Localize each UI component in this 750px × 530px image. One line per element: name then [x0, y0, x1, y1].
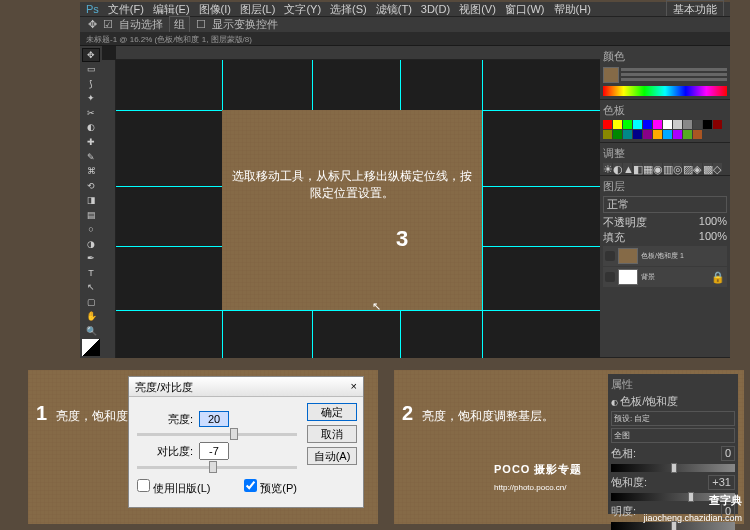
group-dropdown[interactable]: 组 [169, 16, 190, 33]
color-tab[interactable]: 颜色 [603, 49, 625, 64]
blend-mode-dropdown[interactable]: 正常 [603, 196, 727, 213]
type-tool[interactable]: T [82, 266, 100, 280]
menu-help[interactable]: 帮助(H) [554, 2, 591, 17]
brightness-slider[interactable] [137, 433, 297, 436]
ok-button[interactable]: 确定 [307, 403, 357, 421]
layer-row-bg[interactable]: 背景 🔒 [603, 267, 727, 287]
right-panels: 颜色 色板 调整 [600, 46, 730, 358]
marquee-tool[interactable]: ▭ [82, 63, 100, 77]
layer-thumb [618, 269, 638, 285]
zoom-tool[interactable]: 🔍 [82, 324, 100, 338]
cancel-button[interactable]: 取消 [307, 425, 357, 443]
swatches-tab[interactable]: 色板 [603, 103, 625, 118]
cursor-icon: ↖ [372, 300, 381, 313]
gradient-tool[interactable]: ▤ [82, 208, 100, 222]
menu-3d[interactable]: 3D(D) [421, 3, 450, 15]
visibility-icon[interactable] [605, 251, 615, 261]
adjust-icons[interactable]: ☀◐▲◧▦◉▥◎▨◈▩◇ [603, 163, 727, 172]
layers-tab[interactable]: 图层 [603, 179, 625, 194]
menu-filter[interactable]: 滤镜(T) [376, 2, 412, 17]
visibility-icon[interactable] [605, 272, 615, 282]
opacity-label: 不透明度 [603, 215, 647, 230]
autoselect-checkbox[interactable]: ☑ [103, 18, 113, 31]
wand-tool[interactable]: ✦ [82, 92, 100, 106]
brush-tool[interactable]: ✎ [82, 150, 100, 164]
site-watermark: 查字典 jiaocheng.chazidian.com [643, 491, 742, 524]
sat-value[interactable]: +31 [708, 475, 735, 490]
step-number-1: 1 [36, 402, 47, 425]
channel-dropdown[interactable]: 全图 [611, 428, 735, 443]
blur-tool[interactable]: ○ [82, 222, 100, 236]
ruler-vertical[interactable] [102, 60, 116, 358]
stamp-tool[interactable]: ⌘ [82, 164, 100, 178]
legacy-checkbox[interactable]: 使用旧版(L) [137, 479, 211, 496]
contrast-input[interactable] [199, 442, 229, 460]
step-number-3: 3 [396, 226, 408, 252]
eyedropper-tool[interactable]: ◐ [82, 121, 100, 135]
pen-tool[interactable]: ✒ [82, 252, 100, 266]
artboard[interactable]: 选取移动工具，从标尺上移出纵横定位线，按限定位置设置。 3 [222, 110, 482, 310]
menu-bar: Ps 文件(F) 编辑(E) 图像(I) 图层(L) 文字(Y) 选择(S) 滤… [80, 2, 730, 16]
properties-tab[interactable]: 属性 [611, 377, 633, 392]
menu-select[interactable]: 选择(S) [330, 2, 367, 17]
opacity-value[interactable]: 100% [699, 215, 727, 230]
guide-h4[interactable] [116, 310, 600, 311]
eraser-tool[interactable]: ◨ [82, 193, 100, 207]
guide-v4[interactable] [482, 60, 483, 358]
close-icon[interactable]: × [351, 380, 357, 393]
menu-edit[interactable]: 编辑(E) [153, 2, 190, 17]
menu-layer[interactable]: 图层(L) [240, 2, 275, 17]
brightness-label: 亮度: [137, 412, 193, 427]
poco-watermark: POCO 摄影专题 http://photo.poco.cn/ [494, 460, 582, 493]
menu-type[interactable]: 文字(Y) [284, 2, 321, 17]
step-number-2: 2 [402, 402, 413, 425]
hue-value[interactable]: 0 [721, 446, 735, 461]
menu-image[interactable]: 图像(I) [199, 2, 231, 17]
dodge-tool[interactable]: ◑ [82, 237, 100, 251]
path-tool[interactable]: ↖ [82, 281, 100, 295]
swatches-panel: 色板 [600, 100, 730, 143]
fg-bg-swatch[interactable] [82, 339, 100, 356]
adjustments-panel: 调整 ☀◐▲◧▦◉▥◎▨◈▩◇ [600, 143, 730, 176]
lasso-tool[interactable]: ⟆ [82, 77, 100, 91]
hand-tool[interactable]: ✋ [82, 310, 100, 324]
swatches-grid[interactable] [603, 120, 727, 139]
light-label: 明度: [611, 504, 636, 519]
crop-tool[interactable]: ✂ [82, 106, 100, 120]
color-panel: 颜色 [600, 46, 730, 100]
layer-row-adjustment[interactable]: 色板/饱和度 1 [603, 246, 727, 266]
heal-tool[interactable]: ✚ [82, 135, 100, 149]
menu-file[interactable]: 文件(F) [108, 2, 144, 17]
preview-checkbox[interactable]: 预览(P) [244, 479, 297, 496]
hue-label: 色相: [611, 446, 636, 461]
showtransform-checkbox[interactable]: ☐ [196, 18, 206, 31]
document-tab[interactable]: 未标题-1 @ 16.2% (色板/饱和度 1, 图层蒙版/8) [80, 32, 730, 46]
toolbox: ✥ ▭ ⟆ ✦ ✂ ◐ ✚ ✎ ⌘ ⟲ ◨ ▤ ○ ◑ ✒ T ↖ ▢ ✋ 🔍 [80, 46, 102, 358]
photoshop-window: Ps 文件(F) 编辑(E) 图像(I) 图层(L) 文字(Y) 选择(S) 滤… [80, 2, 730, 358]
menu-view[interactable]: 视图(V) [459, 2, 496, 17]
contrast-slider[interactable] [137, 466, 297, 469]
brightness-input[interactable] [199, 411, 229, 427]
hue-slider[interactable] [611, 464, 735, 472]
showtransform-label: 显示变换控件 [212, 17, 278, 32]
contrast-label: 对比度: [137, 444, 193, 459]
brightness-contrast-dialog: 亮度/对比度 × 确定 取消 自动(A) 亮度: 对比度: [128, 376, 364, 508]
fill-value[interactable]: 100% [699, 230, 727, 245]
app-icon: Ps [86, 3, 99, 15]
adjustment-type: ◐ 色板/饱和度 [611, 394, 735, 409]
shape-tool[interactable]: ▢ [82, 295, 100, 309]
autoselect-label: 自动选择 [119, 17, 163, 32]
history-tool[interactable]: ⟲ [82, 179, 100, 193]
layer-name: 色板/饱和度 1 [641, 251, 684, 261]
auto-button[interactable]: 自动(A) [307, 447, 357, 465]
canvas-area: 选取移动工具，从标尺上移出纵横定位线，按限定位置设置。 3 ↖ [102, 46, 600, 358]
adjust-tab[interactable]: 调整 [603, 146, 625, 161]
fg-color-swatch[interactable] [603, 67, 619, 83]
canvas-tip-text: 选取移动工具，从标尺上移出纵横定位线，按限定位置设置。 [222, 168, 482, 202]
preset-dropdown[interactable]: 预设: 自定 [611, 411, 735, 426]
ruler-horizontal[interactable] [116, 46, 600, 60]
menu-window[interactable]: 窗口(W) [505, 2, 545, 17]
hue-strip[interactable] [603, 86, 727, 96]
dialog-titlebar[interactable]: 亮度/对比度 × [129, 377, 363, 397]
move-tool[interactable]: ✥ [82, 48, 100, 62]
